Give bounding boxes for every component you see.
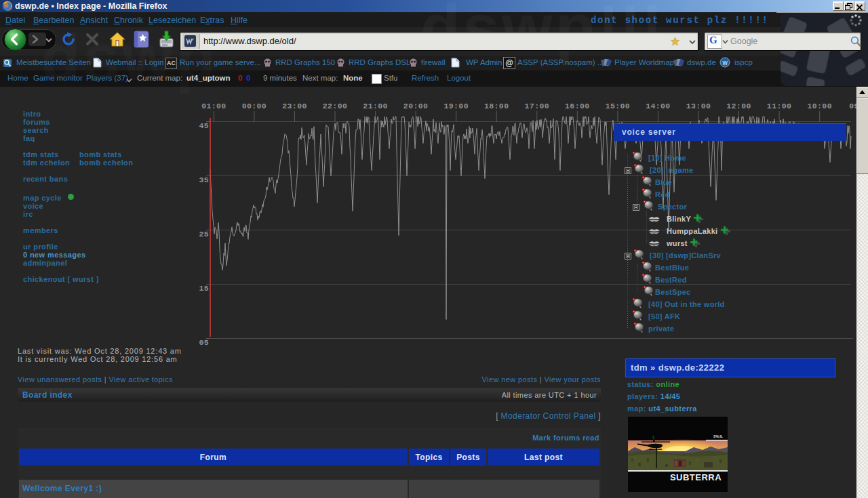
svg-text:16:00: 16:00: [565, 102, 590, 110]
svg-text:21:00: 21:00: [363, 102, 388, 110]
svg-text:15: 15: [199, 284, 209, 293]
svg-text:05: 05: [199, 338, 209, 347]
svg-text:12:00: 12:00: [726, 102, 751, 110]
svg-text:35: 35: [199, 175, 209, 184]
svg-text:20:00: 20:00: [403, 102, 429, 110]
svg-text:18:00: 18:00: [484, 102, 509, 110]
svg-text:13:00: 13:00: [686, 102, 711, 110]
svg-text:00:00: 00:00: [242, 102, 267, 110]
svg-text:22:00: 22:00: [323, 102, 348, 110]
svg-text:15:00: 15:00: [606, 102, 631, 110]
svg-text:19:00: 19:00: [443, 102, 469, 110]
svg-text:S%:IL: S%:IL: [713, 434, 723, 438]
svg-text:11:00: 11:00: [767, 102, 792, 110]
svg-text:23:00: 23:00: [282, 102, 307, 110]
svg-text:45: 45: [199, 121, 209, 130]
svg-text:10:00: 10:00: [807, 102, 832, 110]
svg-text:SUBTERRA: SUBTERRA: [670, 472, 722, 482]
svg-text:w: w: [722, 59, 728, 66]
svg-text:01:00: 01:00: [201, 102, 226, 110]
svg-text:14:00: 14:00: [646, 102, 671, 110]
svg-text:17:00: 17:00: [525, 102, 550, 110]
svg-text:25: 25: [199, 230, 209, 238]
